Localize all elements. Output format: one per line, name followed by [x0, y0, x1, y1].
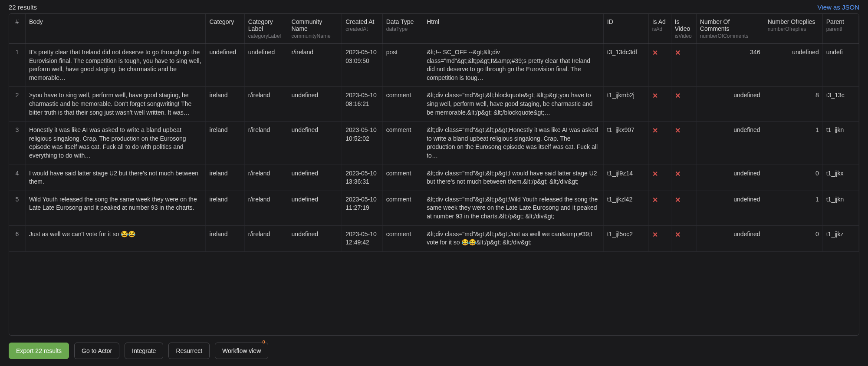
cell-parent: t1_jjkz — [822, 225, 858, 251]
cell-is-video: ✕ — [671, 191, 696, 225]
cell-body: Honestly it was like AI was asked to wri… — [25, 122, 206, 165]
cell-index: 5 — [9, 191, 25, 225]
table-row[interactable]: 6Just as well we can't vote for it so 😂😂… — [9, 225, 859, 251]
cell-index: 3 — [9, 122, 25, 165]
view-as-json-link[interactable]: View as JSON — [818, 3, 859, 11]
cell-category-label: r/ireland — [244, 87, 288, 122]
col-category[interactable]: Category — [206, 14, 244, 44]
cell-data-type: comment — [382, 87, 423, 122]
cell-body: I would have said latter stage U2 but th… — [25, 165, 206, 191]
results-table: # Body Category Category Label categoryL… — [9, 14, 859, 252]
cell-body: Just as well we can't vote for it so 😂😂 — [25, 225, 206, 251]
cell-is-video: ✕ — [671, 87, 696, 122]
cross-icon: ✕ — [675, 92, 681, 99]
cell-category: ireland — [206, 87, 244, 122]
cell-num-replies: 8 — [764, 87, 822, 122]
cell-parent: undefi — [822, 44, 858, 87]
cell-num-comments: undefined — [696, 191, 764, 225]
cell-community: undefined — [288, 191, 342, 225]
table-row[interactable]: 1It's pretty clear that Ireland did not … — [9, 44, 859, 87]
cell-is-ad: ✕ — [648, 122, 671, 165]
col-community-name[interactable]: Community Name communityName — [288, 14, 342, 44]
cell-community: undefined — [288, 87, 342, 122]
col-num-comments[interactable]: Number Of Comments numberOfComments — [696, 14, 764, 44]
col-id[interactable]: ID — [603, 14, 648, 44]
cell-html: &lt;div class="md"&gt;&lt;p&gt;Honestly … — [423, 122, 604, 165]
cell-parent: t1_jjkn — [822, 122, 858, 165]
cell-parent: t1_jjkx — [822, 165, 858, 191]
cell-num-comments: undefined — [696, 122, 764, 165]
cell-is-ad: ✕ — [648, 165, 671, 191]
cell-category-label: r/ireland — [244, 225, 288, 251]
col-is-ad[interactable]: Is Ad isAd — [648, 14, 671, 44]
cell-created: 2023-05-10 03:09:50 — [342, 44, 383, 87]
workflow-view-button[interactable]: α Workflow view — [215, 343, 268, 359]
cell-is-video: ✕ — [671, 165, 696, 191]
col-parent[interactable]: Parent parentI — [822, 14, 858, 44]
col-index[interactable]: # — [9, 14, 25, 44]
col-category-label[interactable]: Category Label categoryLabel — [244, 14, 288, 44]
col-body[interactable]: Body — [25, 14, 206, 44]
cell-body: It's pretty clear that Ireland did not d… — [25, 44, 206, 87]
integrate-button[interactable]: Integrate — [125, 343, 163, 359]
cell-category-label: undefined — [244, 44, 288, 87]
cell-html: &lt;div class="md"&gt;&lt;blockquote&gt;… — [423, 87, 604, 122]
cell-is-video: ✕ — [671, 225, 696, 251]
cell-num-replies: 0 — [764, 225, 822, 251]
cell-index: 4 — [9, 165, 25, 191]
go-to-actor-button[interactable]: Go to Actor — [74, 343, 119, 359]
cell-created: 2023-05-10 11:27:19 — [342, 191, 383, 225]
cell-index: 1 — [9, 44, 25, 87]
alpha-badge: α — [262, 339, 265, 345]
table-row[interactable]: 5Wild Youth released the song the same w… — [9, 191, 859, 225]
results-count: 22 results — [9, 3, 37, 11]
cell-created: 2023-05-10 12:49:42 — [342, 225, 383, 251]
cell-is-video: ✕ — [671, 122, 696, 165]
col-is-video[interactable]: Is Video isVideo — [671, 14, 696, 44]
export-button[interactable]: Export 22 results — [9, 343, 69, 359]
cell-data-type: comment — [382, 122, 423, 165]
cell-data-type: comment — [382, 191, 423, 225]
cross-icon: ✕ — [652, 92, 658, 99]
cell-created: 2023-05-10 10:52:02 — [342, 122, 383, 165]
bottom-bar: Export 22 results Go to Actor Integrate … — [0, 336, 868, 366]
results-table-wrap: # Body Category Category Label categoryL… — [9, 13, 859, 336]
cross-icon: ✕ — [652, 170, 658, 178]
cell-num-comments: undefined — [696, 165, 764, 191]
cross-icon: ✕ — [652, 49, 658, 56]
cross-icon: ✕ — [675, 170, 681, 178]
col-html[interactable]: Html — [423, 14, 604, 44]
cell-num-comments: 346 — [696, 44, 764, 87]
cell-id: t1_jjkmb2j — [603, 87, 648, 122]
resurrect-button[interactable]: Resurrect — [168, 343, 210, 359]
cell-community: undefined — [288, 122, 342, 165]
table-row[interactable]: 3Honestly it was like AI was asked to wr… — [9, 122, 859, 165]
cell-category-label: r/ireland — [244, 165, 288, 191]
cell-category-label: r/ireland — [244, 122, 288, 165]
col-created-at[interactable]: Created At createdAt — [342, 14, 383, 44]
cell-category: ireland — [206, 165, 244, 191]
cell-is-video: ✕ — [671, 44, 696, 87]
cell-category: ireland — [206, 122, 244, 165]
cell-created: 2023-05-10 13:36:31 — [342, 165, 383, 191]
cell-id: t1_jjl5oc2 — [603, 225, 648, 251]
table-row[interactable]: 2>you have to sing well, perform well, h… — [9, 87, 859, 122]
cross-icon: ✕ — [675, 49, 681, 56]
cell-num-comments: undefined — [696, 87, 764, 122]
cross-icon: ✕ — [675, 196, 681, 204]
cell-data-type: comment — [382, 225, 423, 251]
cell-body: Wild Youth released the song the same we… — [25, 191, 206, 225]
cell-index: 2 — [9, 87, 25, 122]
col-num-replies[interactable]: Number Ofreplies numberOfreplies — [764, 14, 822, 44]
cell-category: ireland — [206, 191, 244, 225]
cell-num-replies: 1 — [764, 191, 822, 225]
col-data-type[interactable]: Data Type dataType — [382, 14, 423, 44]
cell-id: t3_13dc3df — [603, 44, 648, 87]
cross-icon: ✕ — [675, 127, 681, 134]
cell-category: ireland — [206, 225, 244, 251]
table-row[interactable]: 4I would have said latter stage U2 but t… — [9, 165, 859, 191]
cell-body: >you have to sing well, perform well, ha… — [25, 87, 206, 122]
cross-icon: ✕ — [652, 196, 658, 204]
cell-html: &lt;!-- SC_OFF --&gt;&lt;div class="md"&… — [423, 44, 604, 87]
cell-index: 6 — [9, 225, 25, 251]
